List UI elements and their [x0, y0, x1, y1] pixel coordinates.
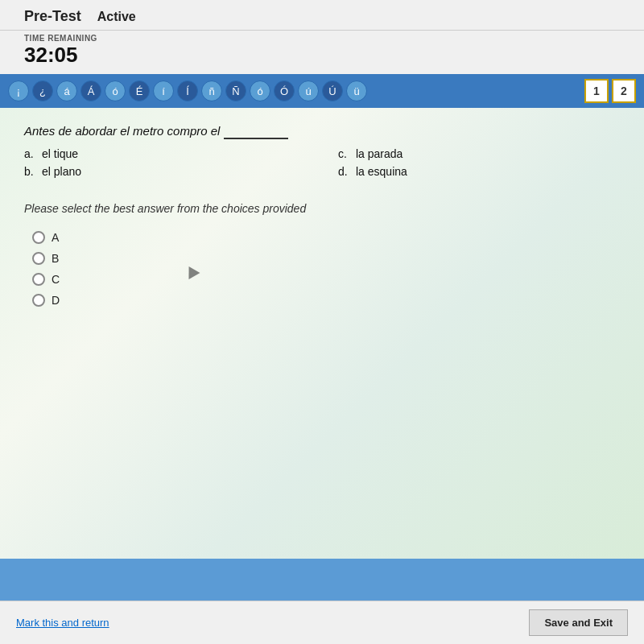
radio-option-a[interactable]: A — [32, 231, 620, 244]
special-char-4[interactable]: Á — [80, 80, 101, 101]
time-label: TIME REMAINING — [24, 34, 628, 43]
mark-return-link[interactable]: Mark this and return — [16, 617, 109, 629]
nav-btn-2[interactable]: 2 — [612, 79, 636, 103]
nav-btn-1[interactable]: 1 — [584, 79, 609, 103]
radio-option-b[interactable]: B — [32, 252, 620, 265]
choice-c: c. la parada — [338, 147, 620, 160]
choices-grid: a. el tique c. la parada b. el plano d. … — [24, 147, 620, 178]
special-chars-bar: ¡ ¿ á Á ó É í Í ñ Ñ ó Ó ú Ú ü 1 2 — [0, 74, 644, 108]
nav-buttons: 1 2 — [584, 79, 636, 103]
page-title: Pre-Test — [24, 8, 81, 25]
main-content: Antes de abordar el metro compro el a. e… — [0, 108, 644, 559]
radio-circle-a[interactable] — [32, 231, 45, 244]
special-char-10[interactable]: Ñ — [225, 80, 246, 101]
radio-option-d[interactable]: D — [32, 294, 620, 307]
special-char-2[interactable]: ¿ — [32, 80, 53, 101]
special-char-15[interactable]: ü — [346, 80, 367, 101]
choice-b: b. el plano — [24, 165, 306, 178]
special-char-7[interactable]: í — [153, 80, 174, 101]
radio-circle-d[interactable] — [32, 294, 45, 307]
special-char-13[interactable]: ú — [298, 80, 319, 101]
time-section: TIME REMAINING 32:05 — [0, 31, 644, 74]
app-wrapper: Pre-Test Active TIME REMAINING 32:05 ¡ ¿… — [0, 0, 644, 644]
instruction-text: Please select the best answer from the c… — [24, 202, 620, 215]
special-char-11[interactable]: ó — [250, 80, 270, 101]
special-char-12[interactable]: Ó — [274, 80, 295, 101]
save-exit-button[interactable]: Save and Exit — [529, 609, 628, 636]
special-char-14[interactable]: Ú — [322, 80, 343, 101]
time-value: 32:05 — [24, 43, 628, 68]
question-underline — [224, 124, 288, 139]
question-text: Antes de abordar el metro compro el — [24, 124, 620, 139]
choice-d: d. la esquina — [338, 165, 620, 178]
radio-circle-b[interactable] — [32, 252, 45, 265]
radio-options: A B C D — [32, 231, 620, 307]
special-char-9[interactable]: ñ — [201, 80, 222, 101]
bottom-bar: Mark this and return Save and Exit — [0, 601, 644, 644]
special-char-6[interactable]: É — [129, 80, 150, 101]
special-char-5[interactable]: ó — [105, 80, 126, 101]
choice-a: a. el tique — [24, 147, 306, 160]
radio-circle-c[interactable] — [32, 273, 45, 286]
header-bar: Pre-Test Active — [0, 0, 644, 31]
special-char-1[interactable]: ¡ — [8, 80, 29, 101]
radio-option-c[interactable]: C — [32, 273, 620, 286]
status-badge: Active — [97, 10, 136, 24]
special-char-8[interactable]: Í — [177, 80, 198, 101]
special-char-3[interactable]: á — [56, 80, 77, 101]
